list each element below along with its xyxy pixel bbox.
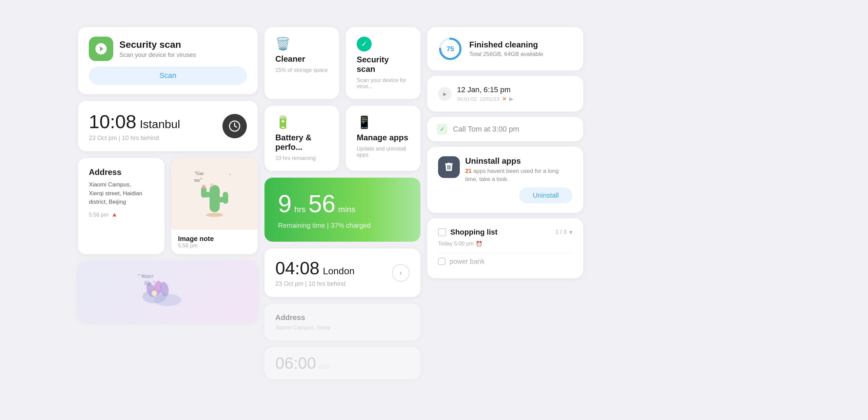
shopping-title: Shopping list: [450, 228, 497, 237]
am-clock-card: 06:00 am: [264, 347, 420, 379]
battery-widget: 9 hrs 56 mins Remaining time | 37% charg…: [264, 178, 420, 242]
address-bottom-title: Address: [275, 313, 410, 322]
london-city: London: [323, 266, 354, 277]
finished-text: Finished cleaning Total 256GB, 64GB avai…: [469, 40, 543, 58]
item-checkbox[interactable]: [438, 258, 446, 265]
clock-city: Istanbul: [140, 118, 180, 131]
address-time: 5:56 pm 🔺: [89, 211, 154, 219]
manage-apps-card[interactable]: 📱 Manage apps Update and uninstall apps: [346, 106, 420, 171]
svg-point-7: [210, 183, 214, 187]
scan-button[interactable]: Scan: [89, 66, 247, 85]
clock-svg: [229, 120, 241, 132]
security-check-icon: ✓: [357, 37, 372, 52]
finished-subtitle: Total 256GB, 64GB available: [469, 51, 543, 58]
shopping-page: 1 / 3: [555, 229, 567, 236]
security-mini-title: Security scan: [357, 55, 410, 74]
cleaner-subtitle: 15% of storage space: [275, 67, 328, 73]
reminder-card: ✓ Call Tom at 3:00 pm: [427, 117, 583, 141]
address-bottom-subtitle: Xiaomi Campus, Xierqi: [275, 325, 410, 331]
uninstall-subtitle-text: apps havent been used for a long time, t…: [465, 168, 559, 182]
recording-duration: 00:01:02: [457, 96, 477, 102]
security-scan-card: Security scan Scan your device for virus…: [78, 27, 258, 94]
shopping-header: Shopping list 1 / 3 ▾: [438, 228, 572, 237]
col2: 🗑️ Cleaner 15% of storage space ✓ Securi…: [264, 27, 420, 379]
svg-text:"Gac: "Gac: [194, 171, 204, 176]
uninstall-subtitle: 21 apps havent been used for a long time…: [465, 167, 572, 183]
svg-text:lily ": lily ": [144, 280, 155, 286]
recording-info: 12 Jan, 6:15 pm 00:01:02 12/01/23 ✕ ▶: [457, 85, 513, 102]
water-lily-content: " Water lily ": [78, 261, 258, 322]
water-lily-illustration: " Water lily ": [134, 269, 202, 310]
scan-svg-icon: [94, 42, 108, 56]
alarm-icon: ⏰: [476, 241, 482, 247]
security-scan-icon: [89, 37, 113, 61]
battery-title: Battery & perfo...: [275, 133, 328, 152]
recording-meta: 00:01:02 12/01/23 ✕ ▶: [457, 96, 513, 102]
battery-icon: 🔋: [275, 115, 328, 129]
cactus-illustration: "Gac tus" +: [191, 165, 238, 222]
clock-time: 10:08: [89, 111, 136, 133]
shopping-time: Today 5:00 pm: [438, 241, 474, 247]
recording-date: 12/01/23: [479, 96, 499, 102]
play-button[interactable]: ▶: [438, 87, 452, 101]
am-label: am: [319, 361, 330, 371]
uninstall-title: Uninstall apps: [465, 156, 572, 166]
svg-text:" Water: " Water: [137, 273, 154, 279]
chevron-down-icon[interactable]: ▾: [569, 228, 572, 236]
battery-hrs: 9: [278, 190, 292, 218]
svg-text:+: +: [228, 171, 232, 178]
battery-subtitle: 10 hrs remaining: [275, 155, 328, 161]
recording-close-icon[interactable]: ✕: [502, 96, 507, 102]
image-note-image: "Gac tus" +: [171, 158, 258, 229]
recording-title: 12 Jan, 6:15 pm: [457, 85, 513, 94]
back-arrow-button[interactable]: ‹: [392, 264, 410, 282]
item-label: power bank: [450, 258, 485, 265]
svg-point-17: [152, 291, 157, 296]
check-icon: ✓: [437, 124, 448, 135]
uninstall-icon: [438, 156, 460, 178]
image-note-title: Image note: [178, 235, 251, 243]
uninstall-card: Uninstall apps 21 apps havent been used …: [427, 147, 583, 213]
shopping-list-card: Shopping list 1 / 3 ▾ Today 5:00 pm ⏰ po…: [427, 218, 583, 278]
battery-remaining: Remaining time | 37% charged: [278, 222, 407, 229]
cleaner-card[interactable]: 🗑️ Cleaner 15% of storage space: [264, 27, 339, 99]
shopping-checkbox[interactable]: [438, 228, 446, 236]
shopping-separator: [438, 253, 572, 253]
uninstall-text: Uninstall apps 21 apps havent been used …: [465, 156, 572, 183]
london-clock-card: 04:08 London 23 Oct pm | 10 hrs behind ‹: [264, 248, 420, 297]
shopping-item-power-bank: power bank: [438, 254, 572, 269]
address-lines: Xiaomi Campus,Xierqi street, Haidiandist…: [89, 180, 154, 206]
battery-card[interactable]: 🔋 Battery & perfo... 10 hrs remaining: [264, 106, 339, 171]
svg-point-13: [154, 294, 181, 306]
finished-cleaning-card: 75 Finished cleaning Total 256GB, 64GB a…: [427, 27, 583, 71]
water-lily-card: " Water lily ": [78, 261, 258, 322]
london-subtitle: 23 Oct pm | 10 hrs behind: [275, 280, 355, 287]
image-note-card: "Gac tus" + Image note 5:56 pm: [171, 158, 258, 254]
uninstall-button[interactable]: Uninstall: [519, 187, 572, 203]
svg-rect-1: [210, 185, 220, 212]
clock-card-istanbul: 10:08 Istanbul 23 Oct pm | 10 hrs behind: [78, 101, 258, 151]
clock-info: 10:08 Istanbul 23 Oct pm | 10 hrs behind: [89, 111, 180, 142]
cleaner-icon: 🗑️: [275, 37, 328, 51]
image-note-time: 5:56 pm: [178, 243, 198, 248]
recording-card: ▶ 12 Jan, 6:15 pm 00:01:02 12/01/23 ✕ ▶: [427, 76, 583, 112]
clock-subtitle: 23 Oct pm | 10 hrs behind: [89, 135, 180, 142]
scan-text-block: Security scan Scan your device for virus…: [119, 39, 196, 59]
london-time: 04:08: [275, 258, 319, 278]
finished-title: Finished cleaning: [469, 40, 543, 49]
svg-point-8: [206, 213, 223, 217]
address-title: Address: [89, 167, 154, 177]
clock-icon[interactable]: [222, 114, 247, 138]
svg-rect-5: [223, 192, 228, 204]
recording-play-icon[interactable]: ▶: [509, 96, 513, 102]
address-card: Address Xiaomi Campus,Xierqi street, Hai…: [78, 158, 164, 254]
address-bottom-card: Address Xiaomi Campus, Xierqi: [264, 304, 420, 340]
security-scan-subtitle: Scan your device for viruses: [119, 52, 196, 59]
security-mini-subtitle: Scan your device for virus...: [357, 77, 410, 89]
col4-panel: 75 Finished cleaning Total 256GB, 64GB a…: [427, 27, 583, 379]
london-clock-info: 04:08 London 23 Oct pm | 10 hrs behind: [275, 258, 355, 287]
battery-hrs-label: hrs: [294, 205, 305, 214]
security-mini-card[interactable]: ✓ Security scan Scan your device for vir…: [346, 27, 420, 99]
reminder-text: Call Tom at 3:00 pm: [453, 125, 519, 134]
apps-title: Manage apps: [357, 133, 410, 142]
